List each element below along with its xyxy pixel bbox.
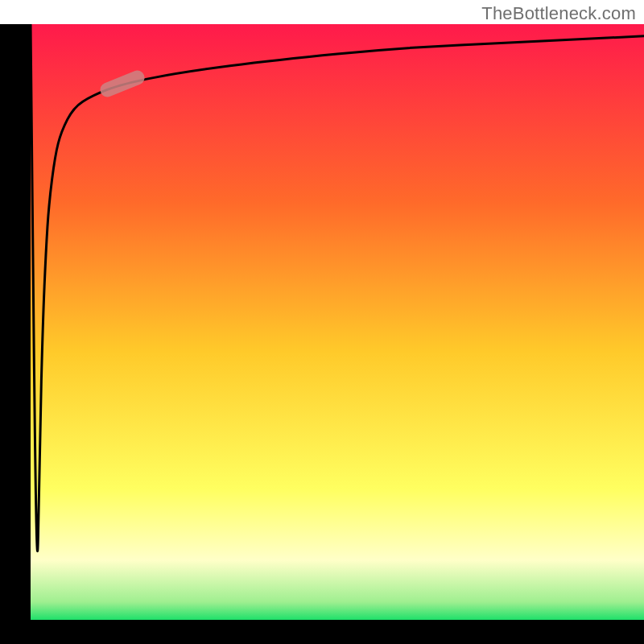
attribution-text: TheBottleneck.com [481, 3, 636, 24]
plot-svg [31, 24, 644, 620]
bottleneck-chart: TheBottleneck.com [0, 0, 644, 644]
plot-area [31, 24, 644, 620]
y-axis-bar [0, 24, 31, 620]
x-axis-bar [0, 620, 644, 644]
gradient-rect [31, 24, 644, 620]
